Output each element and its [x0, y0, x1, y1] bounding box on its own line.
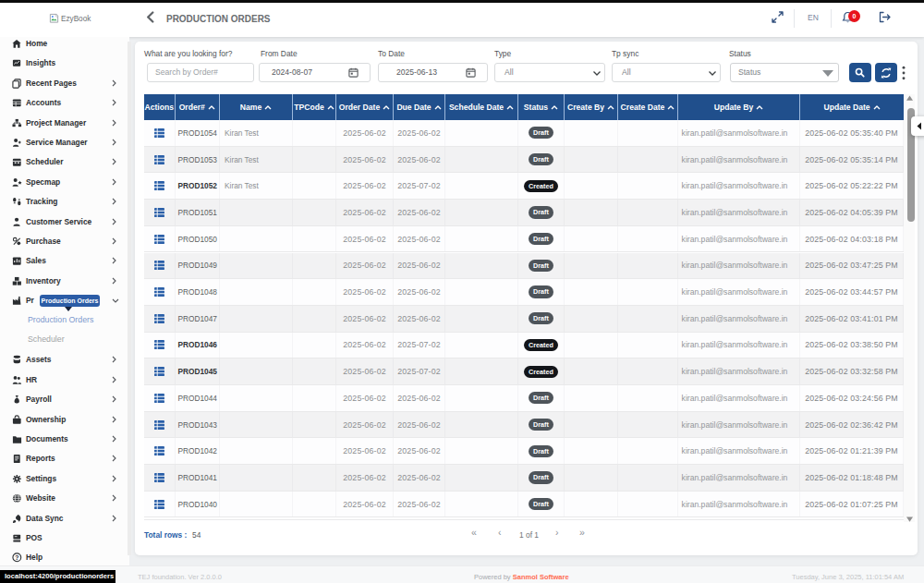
svg-text:?: ?	[15, 554, 18, 561]
